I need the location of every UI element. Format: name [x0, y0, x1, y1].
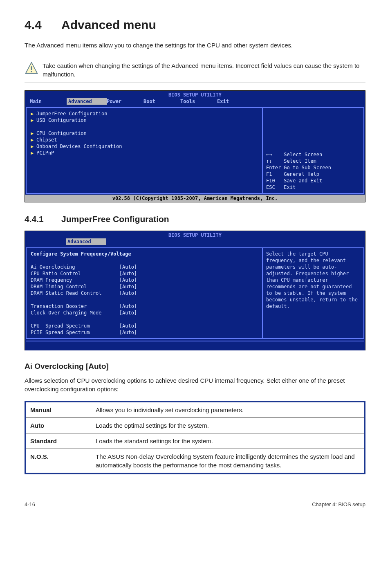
overclocking-options-table: ManualAllows you to individually set ove…	[25, 401, 365, 474]
bios-menubar: Main Advanced Power Boot Tools Exit	[25, 98, 365, 106]
bios-tab-exit: Exit	[217, 98, 254, 105]
option-description: Allows selection of CPU overclocking opt…	[25, 376, 365, 393]
section-heading: 4.4Advanced menu	[25, 16, 365, 34]
bios-left-panel: Configure System Frequency/Voltage Ai Ov…	[26, 247, 262, 339]
bios-setting-row: DRAM Timing Control [Auto]	[31, 283, 258, 290]
bios-help-line: ←→ Select Screen	[266, 151, 360, 158]
option-heading: Ai Overclocking [Auto]	[25, 361, 365, 372]
bios-title: BIOS SETUP UTILITY	[25, 231, 365, 238]
submenu-arrow-icon: ▶	[31, 130, 36, 137]
bios-help-line: Enter Go to Sub Screen	[266, 164, 360, 171]
bios-setting-row: Clock Over-Charging Mode [Auto]	[31, 310, 258, 316]
bios-help-keys: ←→ Select Screen ↑↓ Select Item Enter Go…	[266, 151, 360, 191]
bios-setting-row: CPU Spread Spectrum [Auto]	[31, 323, 258, 329]
caution-note: Take caution when changing the settings …	[25, 57, 365, 83]
submenu-arrow-icon: ▶	[31, 143, 36, 150]
page-footer: 4-16 Chapter 4: BIOS setup	[25, 499, 365, 508]
bios-setting-row: Ai Overclocking [Auto]	[31, 264, 258, 270]
bios-screenshot-advanced-menu: BIOS SETUP UTILITY Main Advanced Power B…	[25, 90, 365, 202]
bios-bottom-curve	[26, 341, 364, 350]
submenu-arrow-icon: ▶	[31, 150, 36, 156]
submenu-arrow-icon: ▶	[31, 137, 36, 143]
section-number: 4.4	[25, 16, 61, 34]
bios-setting-row: CPU Ratio Control [Auto]	[31, 270, 258, 277]
bios-help-line: ↑↓ Select Item	[266, 158, 360, 164]
bios-screenshot-jumperfree: BIOS SETUP UTILITY Advanced Configure Sy…	[25, 231, 365, 350]
page-number: 4-16	[25, 501, 35, 508]
bios-blank-row	[31, 123, 258, 130]
table-row: ManualAllows you to individually set ove…	[25, 402, 365, 418]
bios-setting-row: Transaction Booster [Auto]	[31, 303, 258, 310]
option-name: Auto	[25, 417, 92, 433]
caution-text: Take caution when changing the settings …	[43, 61, 365, 79]
bios-panel-title: Configure System Frequency/Voltage	[31, 251, 258, 257]
caution-icon	[25, 61, 38, 79]
chapter-label: Chapter 4: BIOS setup	[312, 501, 365, 508]
bios-setting-row: DRAM Static Read Control [Auto]	[31, 290, 258, 296]
bios-copyright-footer: v02.58 (C)Copyright 1985-2007, American …	[25, 195, 365, 202]
bios-hint-text: Select the target CPU frequency, and the…	[266, 251, 360, 310]
bios-help-line: F10 Save and Exit	[266, 177, 360, 184]
bios-title: BIOS SETUP UTILITY	[25, 91, 365, 98]
option-description: Allows you to individually set overclock…	[92, 402, 365, 418]
bios-tab-boot: Boot	[143, 98, 180, 105]
bios-tab-tools: Tools	[180, 98, 217, 105]
subsection-heading: 4.4.1JumperFree Configuration	[25, 213, 365, 225]
bios-tab-advanced: Advanced	[66, 238, 106, 245]
option-description: The ASUS Non-delay Overclocking System f…	[92, 449, 365, 474]
option-description: Loads the standard settings for the syst…	[92, 433, 365, 449]
svg-point-1	[31, 71, 32, 72]
table-row: AutoLoads the optimal settings for the s…	[25, 417, 365, 433]
bios-item: CPU Configuration	[36, 130, 87, 136]
bios-right-panel: ←→ Select Screen ↑↓ Select Item Enter Go…	[262, 107, 364, 194]
subsection-number: 4.4.1	[25, 213, 61, 225]
bios-setting-row	[31, 316, 258, 323]
table-row: StandardLoads the standard settings for …	[25, 433, 365, 449]
bios-blank-row	[31, 257, 258, 264]
submenu-arrow-icon: ▶	[31, 117, 36, 123]
option-name: N.O.S.	[25, 449, 92, 474]
bios-item: JumperFree Configuration	[36, 111, 107, 117]
bios-item: Onboard Devices Configuration	[36, 144, 122, 149]
bios-setting-row	[31, 296, 258, 303]
bios-help-line: F1 General Help	[266, 171, 360, 177]
bios-tab-power: Power	[107, 98, 143, 105]
bios-help-line: ESC Exit	[266, 184, 360, 191]
bios-left-panel: ▶JumperFree Configuration ▶USB Configura…	[26, 107, 262, 194]
option-description: Loads the optimal settings for the syste…	[92, 417, 365, 433]
bios-tab-main: Main	[30, 98, 67, 105]
bios-setting-row: PCIE Spread Spectrum [Auto]	[31, 329, 258, 336]
option-name: Manual	[25, 402, 92, 418]
bios-menubar: Advanced	[25, 238, 365, 247]
section-intro: The Advanced menu items allow you to cha…	[25, 41, 365, 49]
subsection-title: JumperFree Configuration	[61, 214, 169, 224]
bios-item: Chipset	[36, 137, 57, 143]
bios-item: PCIPnP	[36, 150, 54, 156]
section-title: Advanced menu	[61, 18, 156, 31]
bios-setting-row: DRAM Frequency [Auto]	[31, 277, 258, 283]
bios-item: USB Configuration	[36, 117, 87, 123]
bios-tab-advanced: Advanced	[67, 98, 107, 105]
bios-right-panel: Select the target CPU frequency, and the…	[262, 247, 364, 339]
option-name: Standard	[25, 433, 92, 449]
svg-rect-0	[31, 66, 32, 70]
table-row: N.O.S.The ASUS Non-delay Overclocking Sy…	[25, 449, 365, 474]
submenu-arrow-icon: ▶	[31, 110, 36, 117]
